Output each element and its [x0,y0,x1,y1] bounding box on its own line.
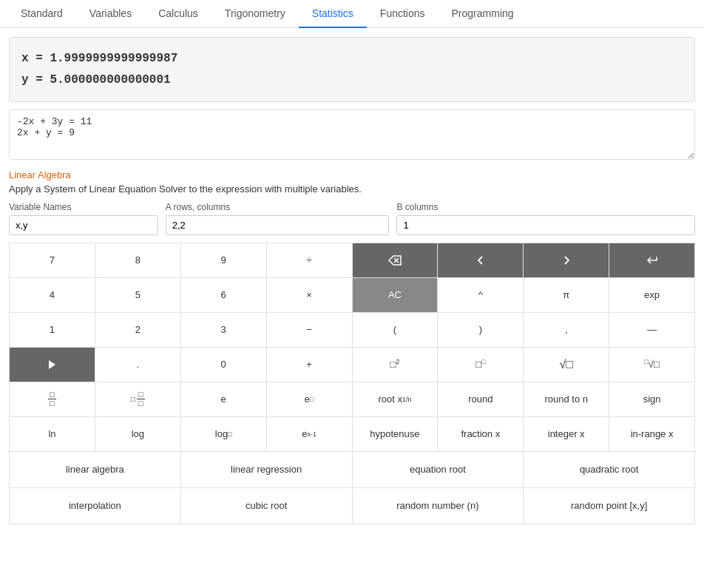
btn-enter[interactable] [609,243,694,277]
btn-square[interactable]: □2 [353,348,438,382]
section-label: Linear Algebra [9,169,695,180]
b-cols-label: B columns [396,202,695,212]
btn-5[interactable]: 5 [95,278,180,312]
fraction-symbol: □ □ [48,391,56,408]
power-n-symbol: □□ [475,358,485,370]
btn-multiply[interactable]: × [267,278,352,312]
btn-divide[interactable]: ÷ [267,243,352,277]
sqrt-symbol: √□ [559,358,572,371]
square-symbol: □2 [390,358,400,370]
svg-marker-2 [49,360,55,369]
btn-ln[interactable]: ln [10,417,95,451]
tab-functions[interactable]: Functions [367,0,439,28]
btn-backspace[interactable] [353,243,438,277]
tab-programming[interactable]: Programming [439,0,527,28]
btn-2[interactable]: 2 [95,313,180,347]
btn-nth-root[interactable]: □√□ [609,348,694,382]
btn-cubic-root[interactable]: cubic root [181,488,352,524]
btn-fraction[interactable]: □ □ [10,382,95,416]
btn-round-to-n[interactable]: round to n [524,382,609,416]
result-line2: y = 5.000000000000001 [21,70,683,91]
btn-minus[interactable]: − [267,313,352,347]
btn-equation-root[interactable]: equation root [353,452,524,487]
btn-8[interactable]: 8 [95,243,180,277]
variable-names-input[interactable] [9,215,158,235]
btn-hypotenuse[interactable]: hypotenuse [353,417,438,451]
btn-9[interactable]: 9 [181,243,266,277]
btn-e[interactable]: e [181,382,266,416]
btn-0[interactable]: 0 [181,348,266,382]
btn-linear-regression[interactable]: linear regression [181,452,352,487]
btn-comma[interactable]: , [524,313,609,347]
calculator-grid: 7 8 9 ÷ 4 5 6 × [9,243,695,452]
btn-play[interactable] [10,348,95,382]
params-row: Variable Names A rows, columns B columns [9,202,695,235]
btn-4[interactable]: 4 [10,278,95,312]
tab-variables[interactable]: Variables [76,0,145,28]
btn-quadratic-root[interactable]: quadratic root [524,452,694,487]
btn-interpolation[interactable]: interpolation [10,488,180,524]
main-content: x = 1.9999999999999987 y = 5.00000000000… [0,28,704,533]
result-display: x = 1.9999999999999987 y = 5.00000000000… [9,37,695,102]
btn-integer-x[interactable]: integer x [524,417,609,451]
a-rows-label: A rows, columns [166,202,390,212]
nth-root-symbol: □√□ [644,358,659,370]
btn-7[interactable]: 7 [10,243,95,277]
btn-long-dash[interactable]: — [609,313,694,347]
btn-round[interactable]: round [438,382,523,416]
nav-tabs: Standard Variables Calculus Trigonometry… [0,0,704,28]
btn-power-n[interactable]: □□ [438,348,523,382]
btn-in-range-x[interactable]: in-range x [609,417,694,451]
variable-names-label: Variable Names [9,202,158,212]
bottom-rows: linear algebra linear regression equatio… [9,452,695,524]
btn-open-paren[interactable]: ( [353,313,438,347]
btn-sqrt[interactable]: √□ [524,348,609,382]
btn-log-base[interactable]: log□ [181,417,266,451]
btn-pi[interactable]: π [524,278,609,312]
btn-e-power[interactable]: e□ [267,382,352,416]
mixed-fraction-symbol: □ □ □ [131,391,145,408]
tab-trigonometry[interactable]: Trigonometry [211,0,299,28]
btn-sign[interactable]: sign [609,382,694,416]
tab-statistics[interactable]: Statistics [299,0,367,28]
a-rows-input[interactable] [166,215,390,235]
right-arrow-icon [561,255,572,266]
param-a-rows: A rows, columns [166,202,390,235]
backspace-icon [388,255,402,266]
btn-close-paren[interactable]: ) [438,313,523,347]
btn-left[interactable] [438,243,523,277]
btn-log[interactable]: log [95,417,180,451]
btn-random-point[interactable]: random point [x,y] [524,488,694,524]
param-variable-names: Variable Names [9,202,158,235]
btn-fraction-x[interactable]: fraction x [438,417,523,451]
btn-exp[interactable]: exp [609,278,694,312]
btn-power[interactable]: ^ [438,278,523,312]
result-line1: x = 1.9999999999999987 [21,48,683,70]
btn-mixed-fraction[interactable]: □ □ □ [95,382,180,416]
btn-6[interactable]: 6 [181,278,266,312]
tab-standard[interactable]: Standard [7,0,76,28]
play-icon [47,359,56,370]
section-desc: Apply a System of Linear Equation Solver… [9,183,695,195]
b-cols-input[interactable] [396,215,695,235]
btn-random-number[interactable]: random number (n) [353,488,524,524]
btn-1[interactable]: 1 [10,313,95,347]
btn-plus[interactable]: + [267,348,352,382]
btn-linear-algebra[interactable]: linear algebra [10,452,180,487]
param-b-cols: B columns [396,202,695,235]
enter-icon [646,255,658,266]
left-arrow-icon [475,255,486,266]
btn-root-x[interactable]: root x1/n [353,382,438,416]
equation-input[interactable]: -2x + 3y = 11 2x + y = 9 [9,109,695,160]
btn-dot[interactable]: . [95,348,180,382]
btn-ac[interactable]: AC [353,278,438,312]
tab-calculus[interactable]: Calculus [145,0,211,28]
btn-e-x-minus1[interactable]: ex-1 [267,417,352,451]
btn-3[interactable]: 3 [181,313,266,347]
btn-right[interactable] [524,243,609,277]
